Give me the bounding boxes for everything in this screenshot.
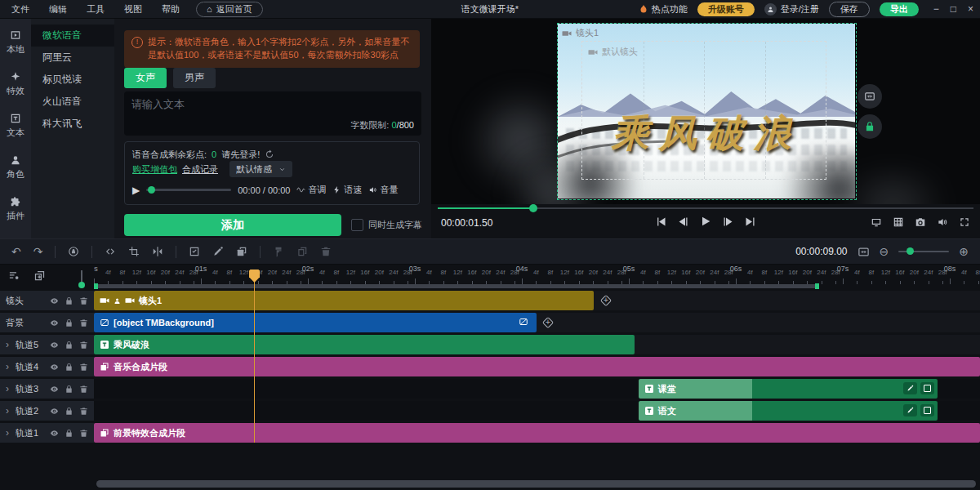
menu-edit[interactable]: 编辑 [49,3,67,16]
clip-shot1[interactable]: 镜头1 [94,291,594,310]
menu-view[interactable]: 视图 [124,3,142,16]
work-area-start-handle[interactable] [94,283,98,289]
chevron-right-icon[interactable]: › [6,427,12,439]
speed-control[interactable]: 语速 [332,184,362,196]
checkbox-icon[interactable] [351,219,363,231]
chevron-right-icon[interactable]: › [6,383,12,394]
previous-frame-button[interactable] [677,216,689,228]
delete-track-icon[interactable] [79,341,88,350]
clip-stop-button[interactable] [920,382,934,394]
clip-edit-button[interactable] [903,404,917,416]
play-button[interactable] [699,215,712,228]
split-button[interactable] [105,246,116,257]
edit-button[interactable] [212,246,224,257]
snapshot-button[interactable] [915,216,926,228]
zoom-in-button[interactable]: ⊕ [959,245,969,258]
fit-timeline-button[interactable] [858,246,870,258]
track-header-1[interactable]: › 轨道1 [0,423,94,443]
track-header-2[interactable]: › 轨道2 [0,401,94,421]
clip-text-yuwen[interactable]: 语文 [639,401,938,421]
chevron-right-icon[interactable]: › [6,405,12,416]
video-canvas[interactable]: 乘风破浪 默认镜头 [558,24,855,198]
delete-track-icon[interactable] [79,385,88,394]
rail-item-text[interactable]: 文本 [7,113,24,139]
menu-file[interactable]: 文件 [11,3,29,16]
mute-button[interactable] [937,216,948,228]
clip-background[interactable]: [object TMBackground] [94,313,537,332]
rail-item-plugin[interactable]: 插件 [7,196,24,222]
visibility-icon[interactable] [50,429,59,438]
horizontal-scrollbar[interactable] [96,480,976,488]
zoom-knob[interactable] [906,247,914,255]
slider-knob[interactable] [148,186,155,194]
layers-button[interactable] [236,246,247,257]
delete-track-icon[interactable] [79,429,88,438]
display-mode-button[interactable] [871,216,882,228]
track-header-5[interactable]: › 轨道5 [0,335,94,354]
lock-icon[interactable] [65,385,74,394]
grid-button[interactable] [893,216,904,228]
timeline-zoom-slider[interactable] [898,251,949,252]
close-button[interactable]: × [968,3,973,15]
rail-item-local[interactable]: 本地 [7,29,24,56]
default-camera-frame[interactable]: 默认镜头 [581,41,826,180]
delete-track-icon[interactable] [79,363,88,372]
work-area-end-handle[interactable] [815,283,819,289]
track-header-camera[interactable]: 镜头 [0,291,94,310]
add-keyframe-button[interactable]: + [600,295,612,306]
track-header-3[interactable]: › 轨道3 [0,379,94,399]
undo-button[interactable]: ↶ [11,245,21,258]
add-track-icon[interactable] [33,270,46,282]
lock-icon[interactable] [65,341,74,350]
buy-credits-link[interactable]: 购买增值包 [132,163,177,176]
clip-edit-button[interactable] [903,382,917,394]
add-voice-button[interactable]: 添加 [124,214,341,236]
lock-icon[interactable] [65,429,74,438]
clip-music-composite[interactable]: 音乐合成片段 [94,357,980,376]
upgrade-account-button[interactable]: 升级账号 [697,2,755,16]
flip-button[interactable] [152,246,163,257]
add-keyframe-button[interactable]: + [542,317,554,328]
lock-icon[interactable] [65,318,74,327]
visibility-icon[interactable] [50,385,59,394]
multi-select-button[interactable] [189,246,200,257]
track-header-4[interactable]: › 轨道4 [0,357,94,376]
fullscreen-button[interactable] [959,216,970,228]
clip-stop-button[interactable] [920,404,934,416]
preview-play-button[interactable]: ▶ [132,185,140,196]
save-button[interactable]: 保存 [829,2,870,17]
track-manager-icon[interactable] [8,270,20,282]
menu-help[interactable]: 帮助 [162,3,180,16]
lock-button[interactable] [858,114,882,139]
synthesis-records-link[interactable]: 合成记录 [182,163,218,176]
voice-source-iflytek[interactable]: 科大讯飞 [31,113,114,135]
visibility-icon[interactable] [50,296,59,305]
delete-track-icon[interactable] [79,318,88,327]
tab-male-voice[interactable]: 男声 [173,68,216,88]
delete-track-icon[interactable] [79,296,88,305]
clip-title-text[interactable]: 乘风破浪 [94,335,635,354]
menu-tools[interactable]: 工具 [87,3,105,16]
rail-item-character[interactable]: 角色 [7,154,24,180]
volume-control[interactable]: 音量 [368,184,398,196]
maximize-button[interactable]: □ [951,3,956,15]
pitch-control[interactable]: 音调 [296,184,326,196]
emotion-select[interactable]: 默认情感 [229,161,292,177]
voice-source-microsoft[interactable]: 微软语音 [31,24,114,47]
voice-source-biaobei[interactable]: 标贝悦读 [31,69,114,91]
visibility-icon[interactable] [50,341,59,350]
next-frame-button[interactable] [722,216,734,228]
hot-features-button[interactable]: 热点功能 [639,3,688,16]
skip-to-end-button[interactable] [744,216,756,228]
lock-icon[interactable] [65,407,74,416]
track-header-background[interactable]: 背景 [0,313,94,332]
delete-track-icon[interactable] [79,407,88,416]
back-home-button[interactable]: ⌂ 返回首页 [196,2,263,17]
rail-item-effects[interactable]: 特效 [7,71,24,97]
login-prompt[interactable]: 请先登录! [221,149,260,161]
crop-button[interactable] [128,246,140,257]
lock-icon[interactable] [65,363,74,372]
work-area-bar[interactable] [94,284,819,288]
refresh-icon[interactable] [265,149,274,159]
copy-button[interactable] [296,246,308,257]
